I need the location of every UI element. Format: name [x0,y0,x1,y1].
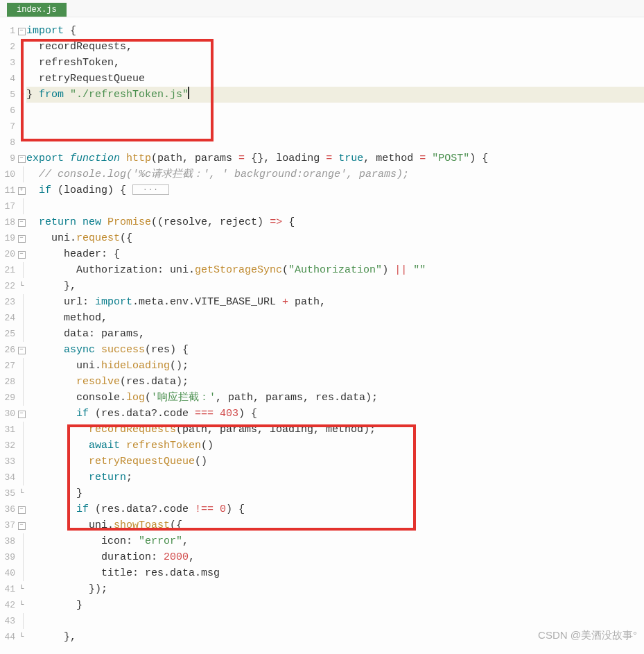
fold-marker[interactable] [17,390,26,406]
fold-marker[interactable] [17,613,26,629]
code-line[interactable]: method, [26,310,644,326]
code-line[interactable] [26,135,644,150]
code-line[interactable]: await refreshToken() [26,438,644,454]
fold-marker[interactable] [17,39,26,55]
code-line[interactable]: }); [26,581,644,597]
fold-marker[interactable] [17,55,26,71]
code-line[interactable]: retryRequestQueue [26,71,644,87]
fold-marker[interactable]: − [17,517,26,533]
fold-marker[interactable]: − [17,150,26,166]
fold-minus-icon[interactable]: − [18,235,26,243]
fold-marker[interactable] [17,438,26,454]
code-line[interactable]: }, [26,629,644,645]
fold-column[interactable]: −└−+−−−└−−└−−└└└ [17,17,26,645]
fold-marker[interactable] [17,470,26,485]
code-line[interactable]: uni.hideLoading(); [26,358,644,374]
fold-marker[interactable] [17,103,26,119]
code-line[interactable]: async success(res) { [26,342,644,358]
fold-minus-icon[interactable]: − [18,347,26,354]
fold-marker[interactable] [17,358,26,374]
fold-marker[interactable] [17,310,26,326]
code-line[interactable]: data: params, [26,326,644,342]
fold-marker[interactable]: └ [17,629,26,645]
code-line[interactable]: if (loading) { ··· [26,182,644,198]
code-line[interactable]: url: import.meta.env.VITE_BASE_URL + pat… [26,294,644,310]
fold-marker[interactable] [17,71,26,87]
token-op: = [326,153,332,164]
line-number: 41 [0,581,17,597]
fold-marker[interactable]: − [17,23,26,39]
code-line[interactable]: uni.request({ [26,230,644,246]
code-line[interactable]: console.log('响应拦截：', path, params, res.d… [26,390,644,406]
fold-minus-icon[interactable]: − [18,219,26,227]
code-line[interactable]: if (res.data?.code === 403) { [26,406,644,422]
fold-marker[interactable] [17,326,26,342]
fold-marker[interactable] [17,374,26,390]
code-line[interactable]: if (res.data?.code !== 0) { [26,501,644,517]
file-tab[interactable]: index.js [7,3,67,17]
fold-end-icon: └ [18,581,26,589]
code-area[interactable]: import { recordRequests, refreshToken, r… [26,17,644,645]
code-line[interactable]: title: res.data.msg [26,565,644,581]
fold-marker[interactable] [17,422,26,438]
fold-marker[interactable] [17,565,26,581]
token-id: } [26,599,82,611]
code-line[interactable]: header: { [26,246,644,262]
code-line[interactable]: return; [26,470,644,485]
code-line[interactable]: } from "./refreshToken.js" [26,87,644,103]
fold-marker[interactable]: − [17,230,26,246]
fold-minus-icon[interactable]: − [18,522,26,530]
fold-marker[interactable]: └ [17,597,26,613]
code-line[interactable]: recordRequests(path, params, loading, me… [26,422,644,438]
fold-minus-icon[interactable]: − [18,28,26,35]
fold-marker[interactable]: − [17,406,26,422]
code-line[interactable]: } [26,485,644,501]
code-line[interactable]: return new Promise((resolve, reject) => … [26,214,644,230]
fold-marker[interactable] [17,549,26,565]
fold-marker[interactable]: └ [17,485,26,501]
code-line[interactable]: duration: 2000, [26,549,644,565]
code-line[interactable]: }, [26,278,644,294]
code-line[interactable]: icon: "error", [26,533,644,549]
fold-marker[interactable] [17,198,26,214]
code-line[interactable]: resolve(res.data); [26,374,644,390]
code-line[interactable]: } [26,597,644,613]
code-line[interactable]: refreshToken, [26,55,644,71]
fold-minus-icon[interactable]: − [18,506,26,514]
code-line[interactable]: retryRequestQueue() [26,454,644,470]
code-line[interactable]: import { [26,23,644,39]
code-line[interactable] [26,198,644,214]
code-line[interactable]: recordRequests, [26,39,644,55]
token-id: refreshToken, [26,57,120,69]
code-editor[interactable]: 1234567891011171819202122232425262728293… [0,17,644,645]
fold-minus-icon[interactable]: − [18,155,26,163]
code-line[interactable] [26,613,644,629]
fold-marker[interactable] [17,119,26,135]
fold-marker[interactable]: └ [17,87,26,103]
code-line[interactable] [26,119,644,135]
code-line[interactable]: uni.showToast({ [26,517,644,533]
fold-marker[interactable] [17,262,26,278]
fold-marker[interactable] [17,166,26,182]
fold-marker[interactable]: − [17,214,26,230]
line-number: 22 [0,278,17,294]
fold-plus-icon[interactable]: + [18,187,26,195]
fold-marker[interactable]: − [17,246,26,262]
fold-marker[interactable]: − [17,342,26,358]
fold-marker[interactable] [17,454,26,470]
code-line[interactable]: export function http(path, params = {}, … [26,150,644,166]
fold-marker[interactable]: − [17,501,26,517]
code-line[interactable]: Authorization: uni.getStorageSync("Autho… [26,262,644,278]
fold-marker[interactable]: + [17,182,26,198]
code-line[interactable]: // console.log('%c请求拦截：', ' background:o… [26,166,644,182]
token-fn: log [126,392,145,404]
fold-marker[interactable]: └ [17,278,26,294]
fold-marker[interactable] [17,294,26,310]
collapsed-region[interactable]: ··· [132,184,169,195]
fold-marker[interactable] [17,533,26,549]
fold-marker[interactable] [17,135,26,150]
fold-minus-icon[interactable]: − [18,411,26,418]
fold-minus-icon[interactable]: − [18,251,26,259]
code-line[interactable] [26,103,644,119]
fold-marker[interactable]: └ [17,581,26,597]
